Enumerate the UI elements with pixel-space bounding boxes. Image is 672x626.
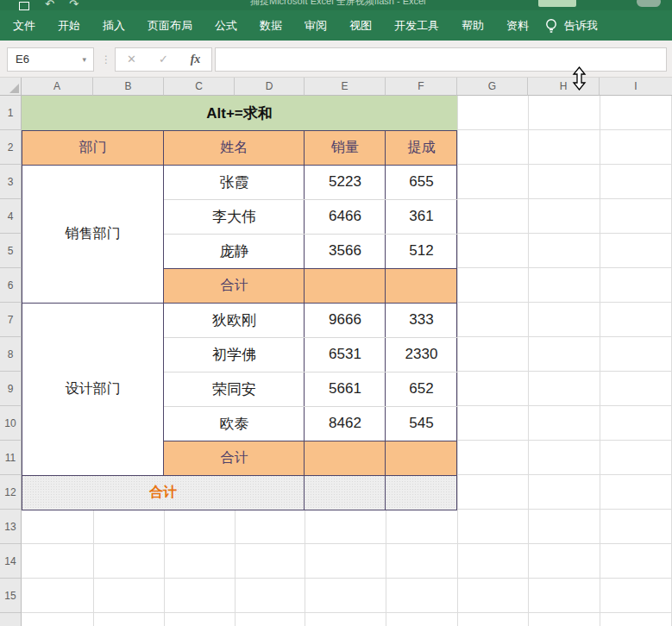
tab-insert[interactable]: 插入 bbox=[91, 10, 136, 41]
formula-bar-handle-icon[interactable]: ⋮ bbox=[101, 47, 111, 72]
cell-commission[interactable]: 652 bbox=[386, 372, 457, 406]
cell-subtotal-label[interactable]: 合计 bbox=[164, 441, 305, 475]
select-all-corner[interactable] bbox=[0, 78, 22, 96]
tab-ziliao[interactable]: 资料 bbox=[495, 10, 540, 41]
save-icon[interactable] bbox=[19, 2, 29, 10]
tab-file[interactable]: 文件 bbox=[0, 10, 47, 41]
row-header-10[interactable]: 10 bbox=[0, 406, 22, 441]
column-header-D[interactable]: D bbox=[235, 78, 305, 96]
cell-subtotal-label[interactable]: 合计 bbox=[164, 268, 305, 303]
tab-page-layout[interactable]: 页面布局 bbox=[136, 10, 204, 41]
row-header-13[interactable]: 13 bbox=[0, 510, 22, 544]
window-title: 捕捉Microsoft Excel 全屏视频flash - Excel bbox=[250, 0, 426, 8]
cell-header-name[interactable]: 姓名 bbox=[164, 130, 305, 165]
cell-header-dept[interactable]: 部门 bbox=[22, 130, 164, 165]
excel-window: ↶ ↷ 捕捉Microsoft Excel 全屏视频flash - Excel … bbox=[0, 0, 672, 626]
cell-commission[interactable]: 333 bbox=[386, 303, 457, 337]
cell-grand-total-commission[interactable] bbox=[386, 475, 457, 510]
cell-subtotal-commission[interactable] bbox=[386, 441, 457, 475]
tab-view[interactable]: 视图 bbox=[338, 10, 383, 41]
row-header-11[interactable]: 11 bbox=[0, 441, 22, 475]
row-header-16-partial[interactable] bbox=[0, 613, 22, 626]
table-border bbox=[22, 130, 457, 131]
cell-commission[interactable]: 512 bbox=[386, 234, 457, 268]
account-button[interactable] bbox=[538, 0, 576, 7]
table-border bbox=[22, 510, 457, 510]
tab-formulas[interactable]: 公式 bbox=[204, 10, 248, 41]
cell-name[interactable]: 初学佛 bbox=[164, 337, 305, 372]
row-header-4[interactable]: 4 bbox=[0, 199, 22, 234]
row-header-8[interactable]: 8 bbox=[0, 337, 22, 372]
row-header-6[interactable]: 6 bbox=[0, 268, 22, 303]
cell-commission[interactable]: 2330 bbox=[386, 337, 457, 372]
column-header-I[interactable]: I bbox=[600, 78, 672, 96]
row-header-9[interactable]: 9 bbox=[0, 372, 22, 406]
window-control-button[interactable] bbox=[637, 0, 661, 7]
cell-dept-sales[interactable]: 销售部门 bbox=[22, 165, 164, 303]
lightbulb-icon bbox=[545, 18, 557, 34]
undo-icon[interactable]: ↶ bbox=[45, 0, 54, 10]
tab-review[interactable]: 审阅 bbox=[293, 10, 338, 41]
row-header-3[interactable]: 3 bbox=[0, 165, 22, 199]
column-header-F[interactable]: F bbox=[386, 78, 457, 96]
formula-input[interactable] bbox=[215, 47, 667, 72]
cell-commission[interactable]: 361 bbox=[386, 199, 457, 234]
cell-name[interactable]: 荣同安 bbox=[164, 372, 305, 406]
cell-banner-A1[interactable]: Alt+=求和 bbox=[22, 96, 457, 130]
cell-subtotal-sales[interactable] bbox=[305, 441, 386, 475]
row-header-1[interactable]: 1 bbox=[0, 96, 22, 130]
insert-function-icon[interactable]: fx bbox=[179, 48, 211, 71]
tell-me-label: 告诉我 bbox=[564, 18, 598, 34]
column-header-G[interactable]: G bbox=[457, 78, 528, 96]
cell-sales[interactable]: 8462 bbox=[305, 406, 386, 441]
cell-grand-total-sales[interactable] bbox=[305, 475, 386, 510]
cell-sales[interactable]: 9666 bbox=[305, 303, 386, 337]
table-border bbox=[22, 165, 457, 166]
column-header-C[interactable]: C bbox=[164, 78, 235, 96]
row-header-12[interactable]: 12 bbox=[0, 475, 22, 510]
column-header-B[interactable]: B bbox=[93, 78, 164, 96]
table-border bbox=[22, 303, 457, 304]
cell-sales[interactable]: 5661 bbox=[305, 372, 386, 406]
cell-sales[interactable]: 5223 bbox=[305, 165, 386, 199]
cell-sales[interactable]: 3566 bbox=[305, 234, 386, 268]
cell-subtotal-commission[interactable] bbox=[386, 268, 457, 303]
chevron-down-icon[interactable]: ▾ bbox=[82, 48, 86, 71]
cell-name[interactable]: 庞静 bbox=[164, 234, 305, 268]
tab-developer[interactable]: 开发工具 bbox=[383, 10, 450, 41]
tab-home[interactable]: 开始 bbox=[47, 10, 91, 41]
column-header-H[interactable]: H bbox=[528, 78, 600, 96]
tab-help[interactable]: 帮助 bbox=[450, 10, 495, 41]
cancel-icon[interactable]: ✕ bbox=[116, 48, 148, 71]
cell-commission[interactable]: 545 bbox=[386, 406, 457, 441]
resize-cursor-icon bbox=[572, 66, 587, 91]
tab-data[interactable]: 数据 bbox=[248, 10, 293, 41]
table-border bbox=[456, 130, 457, 510]
row-header-7[interactable]: 7 bbox=[0, 303, 22, 337]
row-header-5[interactable]: 5 bbox=[0, 234, 22, 268]
cell-sales[interactable]: 6531 bbox=[305, 337, 386, 372]
cell-header-commission[interactable]: 提成 bbox=[386, 130, 457, 165]
tell-me-button[interactable]: 告诉我 bbox=[540, 18, 598, 34]
cell-header-sales[interactable]: 销量 bbox=[305, 130, 386, 165]
row-header-14[interactable]: 14 bbox=[0, 544, 22, 579]
cell-subtotal-sales[interactable] bbox=[305, 268, 386, 303]
confirm-icon[interactable]: ✓ bbox=[148, 48, 179, 71]
cell-name[interactable]: 张霞 bbox=[164, 165, 305, 199]
cell-commission[interactable]: 655 bbox=[386, 165, 457, 199]
cell-name[interactable]: 狄欧刚 bbox=[164, 303, 305, 337]
cell-name[interactable]: 李大伟 bbox=[164, 199, 305, 234]
cell-dept-design[interactable]: 设计部门 bbox=[22, 303, 164, 475]
column-header-E[interactable]: E bbox=[305, 78, 386, 96]
row-header-2[interactable]: 2 bbox=[0, 130, 22, 165]
name-box[interactable]: E6 ▾ bbox=[7, 47, 94, 72]
row-header-15[interactable]: 15 bbox=[0, 579, 22, 613]
table-border bbox=[385, 130, 386, 510]
table-border bbox=[22, 130, 22, 510]
cell-sales[interactable]: 6466 bbox=[305, 199, 386, 234]
cell-grand-total-label[interactable]: 合计 bbox=[22, 475, 305, 510]
title-bar: ↶ ↷ 捕捉Microsoft Excel 全屏视频flash - Excel bbox=[0, 0, 672, 10]
redo-icon[interactable]: ↷ bbox=[69, 0, 79, 10]
cell-name[interactable]: 欧泰 bbox=[164, 406, 305, 441]
column-header-A[interactable]: A bbox=[22, 78, 93, 96]
